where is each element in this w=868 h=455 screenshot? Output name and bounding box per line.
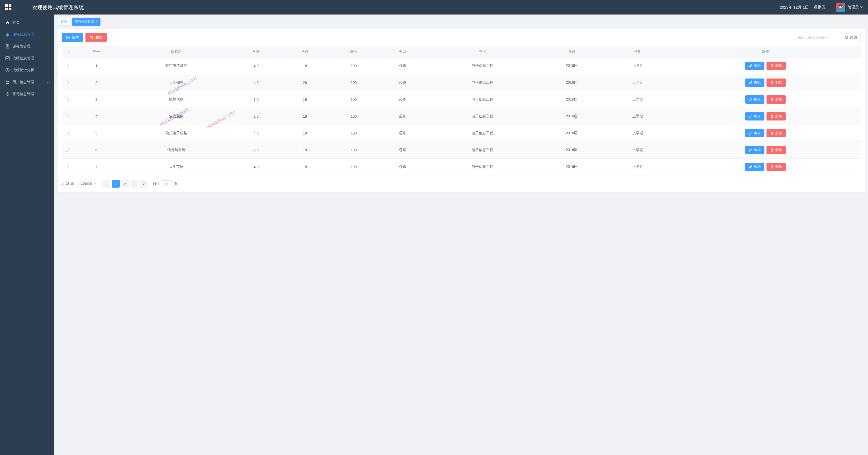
edit-button[interactable]: 编辑 <box>745 146 765 154</box>
close-icon[interactable]: ✕ <box>95 20 97 23</box>
delete-button[interactable]: 删除 <box>86 33 107 42</box>
row-delete-button[interactable]: 删除 <box>767 146 786 154</box>
page-prev[interactable] <box>102 180 110 188</box>
row-checkbox[interactable] <box>65 165 69 168</box>
add-button[interactable]: 新增 <box>62 33 83 42</box>
cell-hours: 18 <box>280 159 329 175</box>
delete-label: 删除 <box>775 131 782 136</box>
delete-label: 删除 <box>775 80 782 85</box>
edit-button[interactable]: 编辑 <box>745 62 765 70</box>
svg-point-9 <box>845 36 848 38</box>
row-delete-button[interactable]: 删除 <box>767 62 786 70</box>
sidebar-item-label: 成绩信息管理 <box>12 56 34 61</box>
cell-credit: 2.0 <box>232 142 280 159</box>
select-all-checkbox[interactable] <box>65 50 69 53</box>
trash-icon <box>770 64 774 68</box>
row-checkbox[interactable] <box>65 97 69 101</box>
cell-term: 上学期 <box>606 159 670 175</box>
row-delete-button[interactable]: 删除 <box>767 129 786 137</box>
edit-label: 编辑 <box>754 97 761 102</box>
add-button-label: 新增 <box>71 35 79 40</box>
edit-label: 编辑 <box>754 63 761 68</box>
tabs: 首页课程信息管理✕ <box>58 18 865 26</box>
trash-icon <box>770 148 774 152</box>
cell-credit: 4.0 <box>232 74 280 91</box>
row-delete-button[interactable]: 删除 <box>767 163 786 171</box>
sidebar-item-4[interactable]: 成绩统计分析 <box>0 64 54 76</box>
cell-major: 电子信息工程 <box>427 159 538 175</box>
cell-year: 2016届 <box>538 108 606 125</box>
row-checkbox[interactable] <box>65 64 69 67</box>
trash-icon <box>770 98 774 101</box>
cell-hours: 18 <box>280 58 329 74</box>
cell-term: 上学期 <box>606 74 670 91</box>
edit-button[interactable]: 编辑 <box>745 112 765 120</box>
cell-credit: 1.0 <box>232 91 280 108</box>
svg-point-7 <box>7 93 8 95</box>
tab-1[interactable]: 课程信息管理✕ <box>72 18 100 26</box>
edit-icon <box>749 64 752 68</box>
col-header-4: 学时 <box>280 47 329 58</box>
row-delete-button[interactable]: 删除 <box>767 79 786 87</box>
cell-name: 信号与系统 <box>121 142 231 159</box>
cell-term: 上学期 <box>606 91 670 108</box>
course-table: 序号课程名学分学时满分类型专业届时学期操作 1数字电路基础4.018100必修电… <box>62 47 861 175</box>
filter-button[interactable]: 过滤 <box>841 33 861 42</box>
search-icon <box>845 36 848 39</box>
row-delete-button[interactable]: 删除 <box>767 95 786 104</box>
sidebar-item-5[interactable]: 用户信息管理 <box>0 76 54 88</box>
cell-full: 100 <box>330 74 378 91</box>
cell-type: 必修 <box>378 142 427 159</box>
row-checkbox[interactable] <box>65 148 69 151</box>
sidebar-item-2[interactable]: 课程表管理 <box>0 40 54 52</box>
edit-button[interactable]: 编辑 <box>745 79 765 87</box>
cell-major: 电子信息工程 <box>427 91 538 108</box>
plus-circle-icon <box>66 35 70 40</box>
row-checkbox[interactable] <box>65 81 69 84</box>
page-3[interactable]: 3 <box>130 180 138 188</box>
sidebar-item-1[interactable]: 课程信息管理 <box>0 29 54 40</box>
page-1[interactable]: 1 <box>112 180 120 188</box>
edit-button[interactable]: 编辑 <box>745 129 765 137</box>
table-row: 2大学物理4.020100必修电子信息工程2016届上学期编辑删除 <box>62 74 861 91</box>
cell-major: 电子信息工程 <box>427 125 538 142</box>
sidebar-item-3[interactable]: 成绩信息管理 <box>0 52 54 64</box>
page-next[interactable] <box>140 180 148 188</box>
cell-no: 1 <box>72 58 121 74</box>
user-menu[interactable]: 管理员 <box>848 5 863 9</box>
page-2[interactable]: 2 <box>121 180 129 188</box>
sidebar-item-0[interactable]: 首页 <box>0 17 54 29</box>
cell-credit: 4.0 <box>232 159 280 175</box>
delete-label: 删除 <box>775 97 782 102</box>
sidebar-item-6[interactable]: 账号信息管理 <box>0 88 54 100</box>
cell-name: 线性代数 <box>121 91 231 108</box>
avatar[interactable] <box>836 3 845 12</box>
chevron-down-icon <box>860 6 863 8</box>
row-delete-button[interactable]: 删除 <box>767 112 786 120</box>
tab-0[interactable]: 首页 <box>58 18 70 26</box>
col-header-6: 类型 <box>378 47 427 58</box>
cell-major: 电子信息工程 <box>427 74 538 91</box>
cell-type: 必修 <box>378 108 427 125</box>
cell-hours: 18 <box>280 142 329 159</box>
trash-icon <box>770 131 774 135</box>
page-jump-input[interactable] <box>161 180 173 187</box>
trash-icon <box>770 165 774 169</box>
row-checkbox[interactable] <box>65 114 69 118</box>
gear-icon <box>5 92 10 96</box>
search-input[interactable] <box>795 33 839 42</box>
cell-name: 数字电路基础 <box>121 58 231 74</box>
page-size-select[interactable]: 10条/页 <box>78 179 98 188</box>
edit-button[interactable]: 编辑 <box>745 163 765 171</box>
row-checkbox[interactable] <box>65 131 69 135</box>
app-logo-icon[interactable] <box>5 4 11 10</box>
pagination: 共 28 条 10条/页 123 前往 页 <box>62 179 861 188</box>
edit-button[interactable]: 编辑 <box>745 95 765 104</box>
cell-year: 2016届 <box>538 142 606 159</box>
table-row: 6信号与系统2.018100必修电子信息工程2016届上学期编辑删除 <box>62 142 861 159</box>
col-header-7: 专业 <box>427 47 538 58</box>
doc-icon <box>5 44 10 49</box>
cell-no: 2 <box>72 74 121 91</box>
page-total: 共 28 条 <box>62 181 74 186</box>
header: 欢迎使用成绩管理系统 2023年 12月 1日 星期五 管理员 <box>0 0 868 15</box>
